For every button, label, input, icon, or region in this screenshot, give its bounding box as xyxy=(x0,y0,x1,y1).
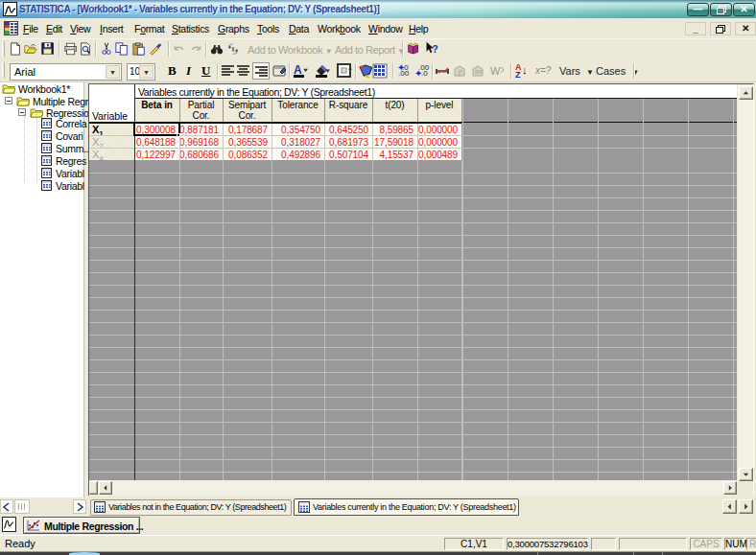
svg-text:?: ? xyxy=(432,43,438,55)
svg-text:W: W xyxy=(490,65,501,77)
svg-text:A: A xyxy=(294,63,302,77)
